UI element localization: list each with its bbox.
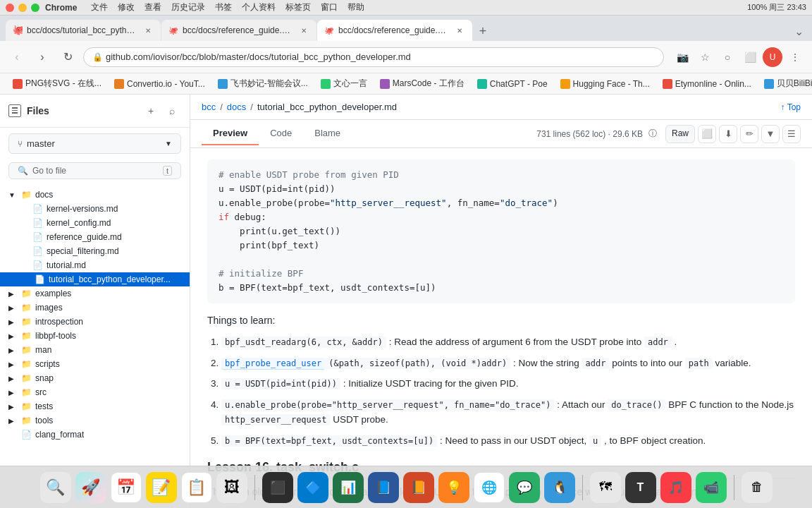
tree-item-kernel-versions[interactable]: 📄 kernel-versions.md	[0, 202, 190, 216]
menu-history[interactable]: 历史记录	[171, 1, 205, 13]
dock-vscode[interactable]: 🔷	[297, 472, 328, 503]
copy-raw-icon[interactable]: ⬜	[698, 125, 716, 143]
tree-item-introspection[interactable]: ▶ 📁 introspection	[0, 315, 190, 329]
dock: 🔍 🚀 📅 📝 📋 🖼 ⬛ 🔷 📊 📘 📙 💡 🌐 💬 🐧 🗺 T 🎵 📹 🗑	[0, 466, 812, 508]
tree-item-tutorial[interactable]: 📄 tutorial.md	[0, 258, 190, 272]
download-icon[interactable]: ⬇	[719, 125, 737, 143]
dock-terminal[interactable]: ⬛	[262, 472, 293, 503]
menu-file[interactable]: 文件	[91, 1, 108, 13]
tree-item-tests[interactable]: ▶ 📁 tests	[0, 399, 190, 413]
dock-calendar[interactable]: 📅	[111, 472, 142, 503]
bookmark-huggingface[interactable]: Hugging Face - Th...	[555, 78, 656, 90]
tab-preview[interactable]: Preview	[202, 122, 259, 145]
dock-maps[interactable]: 🗺	[590, 472, 621, 503]
screenshot-icon[interactable]: 📷	[672, 47, 692, 67]
menu-edit[interactable]: 修改	[118, 1, 135, 13]
search-files-icon[interactable]: ⌕	[163, 102, 181, 120]
bookmark-feishu[interactable]: 飞书妙记-智能会议...	[212, 76, 314, 91]
tree-item-tutorial-python[interactable]: 📄 tutorial_bcc_python_developer...	[0, 272, 190, 286]
bookmark-wenxin[interactable]: 文心一言	[315, 76, 373, 91]
tree-item-tools[interactable]: ▶ 📁 tools	[0, 413, 190, 428]
dock-excel[interactable]: 📊	[333, 472, 364, 503]
raw-button[interactable]: Raw	[665, 125, 695, 143]
menu-tabs[interactable]: 标签页	[285, 1, 311, 13]
menu-help[interactable]: 帮助	[347, 1, 364, 13]
go-to-file-search[interactable]: 🔍 Go to file t	[8, 162, 181, 179]
maximize-button[interactable]	[31, 4, 39, 12]
breadcrumb-docs[interactable]: docs	[227, 102, 246, 112]
learn-5-text2: , to BPF object creation.	[604, 435, 706, 446]
more-options-icon[interactable]: ⋮	[785, 47, 805, 67]
close-button[interactable]	[6, 4, 14, 12]
dock-reminders[interactable]: 📋	[181, 472, 212, 503]
dock-music[interactable]: 🎵	[660, 472, 691, 503]
tab-code[interactable]: Code	[259, 122, 303, 145]
bookmark-star-icon[interactable]: ☆	[695, 47, 715, 67]
refresh-button[interactable]: ↻	[58, 47, 78, 67]
forward-button[interactable]: ›	[32, 47, 52, 67]
menu-view[interactable]: 查看	[144, 1, 161, 13]
tree-item-kernel-config[interactable]: 📄 kernel_config.md	[0, 216, 190, 230]
dock-finder[interactable]: 🔍	[40, 472, 71, 503]
tab-expand-button[interactable]: ⌄	[792, 22, 806, 41]
reading-mode-icon[interactable]: ○	[718, 47, 737, 67]
menu-window[interactable]: 窗口	[321, 1, 338, 13]
bookmark-png[interactable]: PNG转SVG - 在线...	[7, 76, 107, 91]
tab-2[interactable]: 🐙 bcc/docs/reference_guide.m... ✕	[161, 20, 316, 41]
tab-blame[interactable]: Blame	[303, 122, 352, 145]
tree-item-src[interactable]: ▶ 📁 src	[0, 385, 190, 399]
breadcrumb-bcc[interactable]: bcc	[202, 102, 216, 112]
tab-3[interactable]: 🐙 bcc/docs/reference_guide.m... ✕	[317, 20, 472, 41]
learn-2-code1-link[interactable]: bpf_probe_read_user	[221, 358, 325, 370]
tab-1-close[interactable]: ✕	[142, 25, 154, 36]
dock-qq[interactable]: 🐧	[544, 472, 575, 503]
tree-item-libbpf[interactable]: ▶ 📁 libbpf-tools	[0, 329, 190, 343]
dock-powerpoint[interactable]: 📙	[403, 472, 434, 503]
dock-wechat[interactable]: 💬	[509, 472, 540, 503]
dock-trash[interactable]: 🗑	[742, 472, 773, 503]
tree-item-man[interactable]: ▶ 📁 man	[0, 343, 190, 357]
bookmark-convertio[interactable]: Convertio.io - YouT...	[109, 78, 211, 90]
dock-facetime[interactable]: 📹	[696, 472, 727, 503]
tree-item-clang[interactable]: 📄 clang_format	[0, 428, 190, 442]
tree-item-images[interactable]: ▶ 📁 images	[0, 301, 190, 315]
branch-selector[interactable]: ⑂ master ▼	[8, 133, 181, 154]
dock-idea[interactable]: 💡	[438, 472, 469, 503]
bookmark-chatgpt-favicon	[477, 79, 487, 89]
tree-item-scripts[interactable]: ▶ 📁 scripts	[0, 357, 190, 371]
add-file-icon[interactable]: +	[142, 102, 160, 120]
cast-icon[interactable]: ⬜	[740, 47, 760, 67]
profile-icon[interactable]: U	[763, 47, 782, 67]
new-tab-button[interactable]: +	[473, 21, 493, 41]
tree-item-special-filtering[interactable]: 📄 special_filtering.md	[0, 244, 190, 258]
more-doc-icon[interactable]: ▼	[761, 125, 780, 143]
url-bar[interactable]: 🔒 github.com/iovisor/bcc/blob/master/doc…	[83, 47, 664, 67]
tree-item-snap[interactable]: ▶ 📁 snap	[0, 371, 190, 385]
bookmark-wenxin-favicon	[321, 79, 331, 89]
top-link[interactable]: ↑ Top	[781, 102, 801, 112]
src-arrow: ▶	[8, 389, 18, 397]
edit-icon[interactable]: ✏	[740, 125, 758, 143]
minimize-button[interactable]	[18, 4, 27, 12]
tree-item-docs[interactable]: ▼ 📁 docs	[0, 188, 190, 202]
tab-2-close[interactable]: ✕	[298, 25, 309, 36]
menu-profile[interactable]: 个人资料	[242, 1, 276, 13]
dock-word[interactable]: 📘	[368, 472, 399, 503]
tab-1-favicon: 🐙	[13, 25, 23, 35]
dock-chrome[interactable]: 🌐	[474, 472, 505, 503]
tab-1[interactable]: 🐙 bcc/docs/tutorial_bcc_python... ✕	[6, 20, 161, 41]
back-button[interactable]: ‹	[7, 47, 27, 67]
tree-item-reference-guide[interactable]: 📄 reference_guide.md	[0, 230, 190, 244]
tab-3-close[interactable]: ✕	[454, 25, 465, 36]
tree-item-examples[interactable]: ▶ 📁 examples	[0, 286, 190, 301]
bookmark-chatgpt[interactable]: ChatGPT - Poe	[472, 78, 553, 90]
list-view-icon[interactable]: ☰	[782, 125, 801, 143]
dock-notes[interactable]: 📝	[146, 472, 177, 503]
menu-bookmarks[interactable]: 书签	[215, 1, 232, 13]
bookmark-bilibili[interactable]: 贝贝BiliBili - B站技...	[758, 76, 812, 91]
dock-typora[interactable]: T	[625, 472, 656, 503]
bookmark-etymonline[interactable]: Etymonline - Onlin...	[657, 78, 757, 90]
dock-photos[interactable]: 🖼	[216, 472, 247, 503]
bookmark-marscode[interactable]: MarsCode - 工作台	[374, 76, 470, 91]
dock-launchpad[interactable]: 🚀	[75, 472, 106, 503]
